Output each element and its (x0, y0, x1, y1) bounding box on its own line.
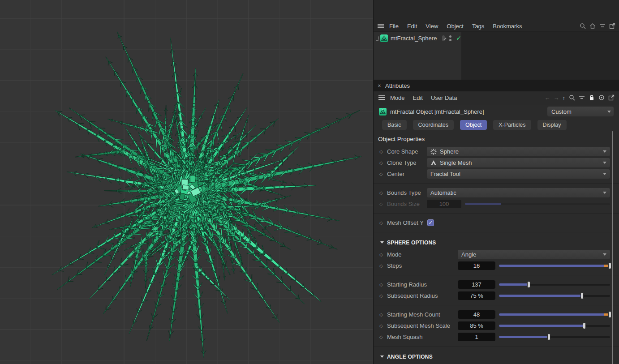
key-diamond-icon[interactable]: ◇ (379, 282, 387, 287)
key-diamond-icon[interactable]: ◇ (379, 334, 387, 339)
menu-item-edit[interactable]: Edit (407, 23, 417, 30)
chevron-down-icon (380, 355, 384, 358)
expand-plus-icon[interactable] (376, 36, 378, 41)
steps-slider[interactable] (499, 262, 610, 269)
menu-item-tags[interactable]: Tags (472, 23, 484, 30)
object-row-mtfractal-sphere[interactable]: mtFractal_Sphere ✓ (374, 34, 461, 43)
mesh-squash-slider[interactable] (499, 334, 610, 340)
search-icon[interactable] (568, 94, 575, 101)
right-panel: FileEditViewObjectTagsBookmarks (373, 0, 619, 364)
search-icon[interactable] (579, 23, 586, 30)
forward-arrow-icon[interactable]: → (554, 95, 559, 101)
mesh-squash-input[interactable]: 1 (458, 333, 495, 341)
row-center: ◇ Center Fractal Tool (374, 168, 619, 180)
slider-handle[interactable] (547, 334, 550, 340)
lock-icon[interactable] (588, 94, 595, 101)
starting-mesh-count-input[interactable]: 48 (458, 310, 495, 319)
target-icon[interactable] (598, 94, 605, 101)
open-window-icon[interactable] (608, 94, 615, 101)
filter-icon[interactable] (578, 94, 585, 101)
starting-radius-slider[interactable] (499, 281, 610, 288)
hamburger-menu-icon[interactable] (377, 23, 384, 30)
key-diamond-icon[interactable]: ◇ (379, 220, 387, 225)
slider-handle[interactable] (580, 292, 584, 299)
key-diamond-icon[interactable]: ◇ (379, 312, 387, 317)
key-diamond-icon[interactable]: ◇ (379, 160, 387, 165)
preset-dropdown[interactable]: Custom (547, 107, 614, 116)
tab-basic[interactable]: Basic (382, 120, 407, 130)
subsequent-mesh-scale-slider[interactable] (499, 322, 610, 329)
section-sphere-options[interactable]: SPHERE OPTIONS (374, 236, 619, 249)
subsequent-radius-input[interactable]: 75 % (458, 291, 495, 300)
row-clone-type: ◇ Clone Type Single Mesh (374, 157, 619, 168)
attributes-titlebar: × Attributes (374, 80, 619, 91)
group-separator (374, 210, 619, 214)
menu-item-bookmarks[interactable]: Bookmarks (493, 23, 522, 30)
object-properties-panel: Object Properties ◇ Core Shape Sphere ◇ … (374, 131, 619, 364)
starting-radius-input[interactable]: 137 (458, 280, 495, 289)
filter-icon[interactable] (599, 23, 606, 30)
visibility-dots-icon[interactable] (449, 35, 451, 41)
viewport-3d[interactable] (0, 0, 373, 364)
slider-handle[interactable] (608, 311, 611, 318)
subsequent-mesh-scale-input[interactable]: 85 % (458, 321, 495, 330)
tab-x-particles[interactable]: X-Particles (493, 120, 531, 130)
row-bounds-type: ◇ Bounds Type Automatic (374, 187, 619, 198)
row-starting-radius: ◇ Starting Radius 137 (374, 279, 619, 290)
chevron-down-icon (603, 173, 606, 175)
key-diamond-icon[interactable]: ◇ (379, 149, 387, 154)
mtfractal-object-icon (379, 108, 387, 116)
key-diamond-icon[interactable]: ◇ (379, 171, 387, 176)
object-manager-menubar: FileEditViewObjectTagsBookmarks (374, 21, 619, 32)
key-diamond-icon[interactable]: ◇ (379, 263, 387, 268)
close-icon[interactable]: × (374, 83, 385, 88)
back-arrow-icon[interactable]: ← (545, 95, 550, 101)
row-mode: ◇ Mode Angle (374, 249, 619, 260)
center-dropdown[interactable]: Fractal Tool (427, 169, 610, 179)
slider-handle[interactable] (583, 322, 586, 329)
menu-item-user-data[interactable]: User Data (431, 94, 457, 101)
key-diamond-icon[interactable]: ◇ (379, 293, 387, 298)
up-arrow-icon[interactable]: ↑ (563, 95, 566, 101)
starting-mesh-count-slider[interactable] (499, 311, 610, 318)
tab-object[interactable]: Object (460, 120, 487, 130)
row-starting-mesh-count: ◇ Starting Mesh Count 48 (374, 309, 619, 320)
key-diamond-icon[interactable]: ◇ (379, 252, 387, 257)
open-window-icon[interactable] (609, 23, 615, 30)
core-shape-dropdown[interactable]: Sphere (427, 147, 610, 156)
mode-dropdown[interactable]: Angle (458, 250, 610, 259)
section-angle-options[interactable]: ANGLE OPTIONS (374, 350, 619, 363)
mesh-offset-y-checkbox[interactable]: ✓ (427, 219, 434, 226)
object-manager-menu: FileEditViewObjectTagsBookmarks (389, 23, 522, 30)
steps-input[interactable]: 16 (458, 261, 495, 270)
attributes-menubar: ModeEditUser Data ← → ↑ (374, 91, 619, 104)
chevron-down-icon[interactable] (604, 107, 614, 116)
menu-item-mode[interactable]: Mode (390, 94, 405, 101)
enabled-check-icon[interactable]: ✓ (456, 34, 461, 42)
object-manager-list: mtFractal_Sphere ✓ (374, 32, 619, 80)
home-icon[interactable] (589, 23, 596, 30)
key-diamond-icon[interactable]: ◇ (379, 190, 387, 195)
edit-toggle-icon[interactable] (442, 35, 445, 41)
row-bounds-size: ◇ Bounds Size 100 (374, 198, 619, 210)
key-diamond-icon[interactable]: ◇ (379, 323, 387, 328)
object-title: mtFractal Object [mtFractal_Sphere] (390, 108, 544, 115)
clone-type-dropdown[interactable]: Single Mesh (427, 158, 610, 167)
bounds-type-dropdown[interactable]: Automatic (427, 188, 610, 197)
slider-handle[interactable] (608, 262, 611, 269)
row-core-shape: ◇ Core Shape Sphere (374, 146, 619, 157)
attributes-object-header: mtFractal Object [mtFractal_Sphere] Cust… (374, 104, 619, 119)
hamburger-menu-icon[interactable] (378, 94, 385, 101)
tab-display[interactable]: Display (537, 120, 567, 130)
subsequent-radius-slider[interactable] (499, 292, 610, 299)
menu-item-file[interactable]: File (389, 23, 399, 30)
slider-handle[interactable] (527, 281, 530, 288)
menu-item-view[interactable]: View (426, 23, 438, 30)
object-manager-header-area (374, 0, 619, 21)
menu-item-object[interactable]: Object (447, 23, 464, 30)
menu-item-edit[interactable]: Edit (413, 94, 423, 101)
attributes-scrollbar[interactable] (612, 131, 613, 364)
attributes-menu: ModeEditUser Data (390, 94, 457, 101)
tab-coordinates[interactable]: Coordinates (413, 120, 454, 130)
object-name[interactable]: mtFractal_Sphere (391, 35, 437, 42)
